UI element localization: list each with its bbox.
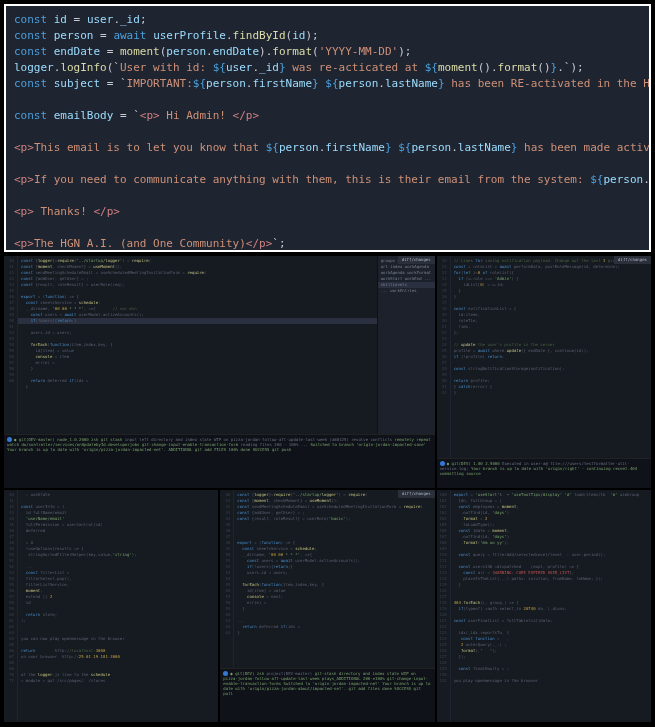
editor-thumb-1[interactable]: 40 41 42 43 44 45 46 47 48 49 50 51 52 5… [4,256,435,488]
line-gutter: 40 41 42 43 44 45 46 47 48 49 50 51 52 5… [4,490,18,722]
diff-badge: diff/changes [398,256,435,264]
code-area[interactable]: : useState const userInfo = ( id fullNam… [18,490,218,722]
code-area[interactable]: export = 'useStart'k + 'useToolTips/disp… [451,490,651,722]
line-gutter: 100 101 102 103 104 105 106 107 108 109 … [437,490,451,722]
code-area[interactable]: // Lines for saving notification payload… [451,256,651,488]
main-code-editor[interactable]: const id = user._id; const person = awai… [4,4,651,252]
editor-thumb-5[interactable]: 100 101 102 103 104 105 106 107 108 109 … [437,490,651,722]
thumbnail-grid: 40 41 42 43 44 45 46 47 48 49 50 51 52 5… [0,256,655,726]
terminal-panel[interactable]: ● git(DEV) 1.00 2.5000 Executed in user-… [437,458,651,488]
line-gutter: 10 11 12 13 14 15 16 17 18 19 20 21 22 2… [437,256,451,488]
terminal-panel[interactable]: ● git(DEV) zsh project(DEV-master) git-s… [220,668,434,722]
diff-badge: diff/changes [398,490,435,498]
terminal-panel[interactable]: ● git(DEV-master) node_1.0.2000 zsh git … [4,434,435,488]
editor-thumb-4[interactable]: 40 41 42 43 44 45 46 47 48 49 50 51 52 5… [220,490,434,722]
editor-thumb-2[interactable]: 10 11 12 13 14 15 16 17 18 19 20 21 22 2… [437,256,651,488]
diff-badge: diff/changes [614,256,651,264]
editor-thumb-3[interactable]: 40 41 42 43 44 45 46 47 48 49 50 51 52 5… [4,490,218,722]
